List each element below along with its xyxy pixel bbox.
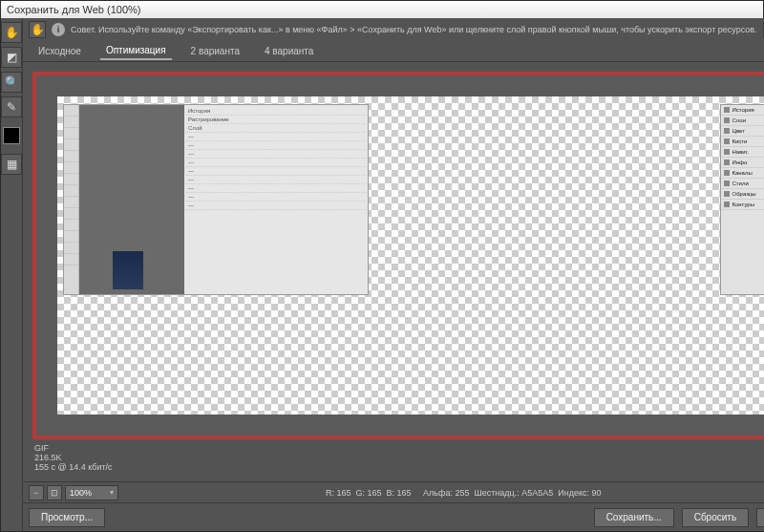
slice-select-tool[interactable]: ◩ [1, 47, 22, 68]
eyedropper-tool[interactable]: ✎ [1, 96, 22, 117]
tab-optimized[interactable]: Оптимизация [100, 42, 172, 60]
preview-format: GIF [34, 443, 113, 453]
window-title: Сохранить для Web (100%) [7, 4, 141, 15]
toggle-slices-button[interactable]: ▦ [1, 154, 22, 175]
tip-text: Совет. Используйте команду «Экспортирова… [71, 25, 757, 34]
color-readout: R: 165 G: 165 B: 165 Альфа: 255 Шестнадц… [124, 488, 764, 498]
preview-speed: 155 с @ 14.4 кбит/с [34, 462, 113, 472]
tab-original[interactable]: Исходное [32, 43, 87, 59]
zoom-out-button[interactable]: − [29, 485, 44, 500]
tool-strip: ✋ ◩ 🔍 ✎ ▦ [1, 18, 23, 531]
save-for-web-dialog: Сохранить для Web (100%) ✋ ◩ 🔍 ✎ ▦ ✋ i С… [0, 0, 764, 532]
preview-info-left: GIF 216.5K 155 с @ 14.4 кбит/с [34, 443, 113, 472]
preview-canvas[interactable]: ИсторияРастрированиеСлой ————————— Истор… [32, 72, 764, 439]
save-button[interactable]: Сохранить... [594, 508, 674, 527]
title-bar[interactable]: Сохранить для Web (100%) [1, 1, 763, 18]
hand-tool[interactable]: ✋ [1, 22, 22, 43]
tab-4up[interactable]: 4 варианта [259, 43, 319, 59]
tab-2up[interactable]: 2 варианта [185, 43, 245, 59]
zoom-controls: − ⊡ 100% [29, 485, 118, 500]
zoom-fit-button[interactable]: ⊡ [47, 485, 62, 500]
preview-filesize: 216.5K [34, 453, 113, 462]
eyedropper-color-swatch[interactable] [3, 127, 20, 144]
preview-content: ИсторияРастрированиеСлой ————————— [63, 104, 369, 295]
info-icon: i [52, 23, 65, 36]
zoom-tool[interactable]: 🔍 [1, 72, 22, 93]
reset-button[interactable]: Сбросить [682, 508, 749, 527]
preview-button[interactable]: Просмотр... [29, 508, 105, 527]
tip-bar: ✋ i Совет. Используйте команду «Экспорти… [23, 18, 764, 41]
remember-button[interactable]: Запомнить [756, 508, 764, 527]
zoom-level-select[interactable]: 100% [65, 485, 118, 500]
preview-content-panel: История Слои Цвет Кисти Навиг. Инфо Кана… [720, 104, 764, 295]
hand-tool-small[interactable]: ✋ [29, 21, 46, 38]
view-tabs: Исходное Оптимизация 2 варианта 4 вариан… [23, 41, 764, 62]
